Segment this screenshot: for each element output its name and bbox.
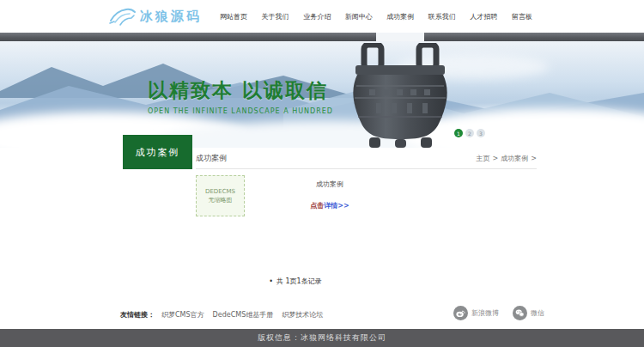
wechat-label: 微信 <box>531 308 544 318</box>
main-nav: 网站首页 关于我们 业务介绍 新闻中心 成功案例 联系我们 人才招聘 留言板 <box>220 0 532 33</box>
nav-item-jobs[interactable]: 人才招聘 <box>470 12 497 21</box>
social-item-weibo[interactable]: 新浪微博 <box>453 306 499 320</box>
detail-link-suffix: 详情>> <box>324 202 349 210</box>
nav-item-services[interactable]: 业务介绍 <box>303 12 331 21</box>
case-thumbnail-placeholder[interactable]: DEDECMS 无缩略图 <box>196 175 245 216</box>
weibo-label: 新浪微博 <box>471 308 499 318</box>
breadcrumb-current-link[interactable]: 成功案例 <box>501 154 528 163</box>
nav-item-about[interactable]: 关于我们 <box>262 12 289 21</box>
section-tab: 成功案例 <box>123 135 192 169</box>
friend-link-dedecms-wiki[interactable]: DedeCMS维基手册 <box>213 310 274 320</box>
friend-link-dedecms-forum[interactable]: 织梦技术论坛 <box>282 310 323 320</box>
hero-caption: 以精致本 以诚取信 OPEN THE INFINITE LANDSCAPE A … <box>148 77 333 115</box>
carousel-dot-3[interactable]: 3 <box>477 129 485 137</box>
case-text-block: 成功案例 点击详情>> <box>245 175 415 216</box>
nav-divider-bar <box>0 33 644 41</box>
nav-item-guestbook[interactable]: 留言板 <box>512 12 532 21</box>
copyright-bar: 版权信息：冰狼网络科技有限公司 <box>0 329 644 347</box>
friend-link-dedecms-official[interactable]: 织梦CMS官方 <box>161 310 204 320</box>
page: 冰狼源码 网站首页 关于我们 业务介绍 新闻中心 成功案例 联系我们 人才招聘 … <box>0 0 644 347</box>
hero-slogan-en: OPEN THE INFINITE LANDSCAPE A HUNDRED <box>148 107 333 115</box>
weibo-icon <box>453 306 468 320</box>
social-item-wechat[interactable]: 微信 <box>513 306 544 320</box>
wechat-icon <box>513 306 527 320</box>
breadcrumb: 主页 > 成功案例 > <box>477 154 537 163</box>
content-divider <box>196 168 537 169</box>
brand-name: 冰狼源码 <box>140 9 202 25</box>
copyright-text: 版权信息：冰狼网络科技有限公司 <box>258 332 386 344</box>
carousel-dot-1[interactable]: 1 <box>454 129 463 137</box>
case-title-link[interactable]: 成功案例 <box>316 180 343 189</box>
nav-active-indicator <box>376 33 424 41</box>
bronze-vessel-image <box>345 43 457 148</box>
case-list-item[interactable]: DEDECMS 无缩略图 成功案例 点击详情>> <box>196 175 415 216</box>
case-detail-link[interactable]: 点击详情>> <box>310 201 349 210</box>
nav-item-home[interactable]: 网站首页 <box>220 12 247 21</box>
content-header: 成功案例 主页 > 成功案例 > <box>196 149 537 167</box>
pagination-bullet: • <box>269 277 273 285</box>
nav-item-news[interactable]: 新闻中心 <box>345 12 373 21</box>
thumb-text-line2: 无缩略图 <box>209 196 233 205</box>
wolf-logo-icon <box>108 4 137 28</box>
carousel-dot-2[interactable]: 2 <box>465 129 474 137</box>
brand-logo[interactable]: 冰狼源码 <box>108 4 202 28</box>
nav-item-contact[interactable]: 联系我们 <box>428 12 456 21</box>
hero-slogan: 以精致本 以诚取信 <box>148 77 333 104</box>
friend-links-label: 友情链接： <box>120 310 155 320</box>
friend-links: 友情链接： 织梦CMS官方 DedeCMS维基手册 织梦技术论坛 <box>120 310 331 320</box>
pagination-record-count: 共 1页1条记录 <box>276 277 322 285</box>
thumb-text-line1: DEDECMS <box>205 187 235 197</box>
site-header: 冰狼源码 网站首页 关于我们 业务介绍 新闻中心 成功案例 联系我们 人才招聘 … <box>0 0 644 33</box>
breadcrumb-separator: > <box>493 155 499 162</box>
detail-link-prefix: 点击 <box>310 202 324 210</box>
breadcrumb-separator-2: > <box>531 155 537 162</box>
social-links: 新浪微博 微信 <box>453 306 544 320</box>
carousel-dots: 1 2 3 <box>454 129 485 137</box>
page-title: 成功案例 <box>196 153 227 164</box>
breadcrumb-home-link[interactable]: 主页 <box>477 154 490 163</box>
hero-banner: 以精致本 以诚取信 OPEN THE INFINITE LANDSCAPE A … <box>0 41 644 148</box>
pagination: •共 1页1条记录 <box>196 277 395 286</box>
nav-item-cases[interactable]: 成功案例 <box>386 12 414 21</box>
